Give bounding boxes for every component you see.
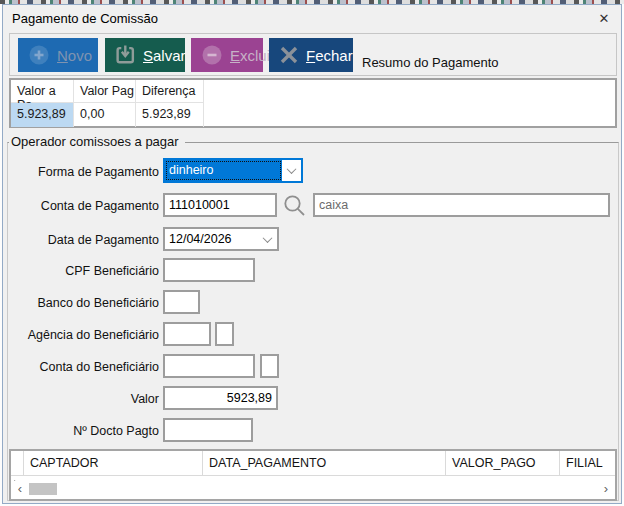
- data-pagamento-datepicker[interactable]: 12/04/2026: [163, 227, 279, 251]
- search-icon[interactable]: [282, 193, 307, 218]
- banco-beneficiario-input[interactable]: [163, 290, 200, 314]
- column-header-captador[interactable]: CAPTADOR: [24, 451, 203, 475]
- data-pagamento-dropdown-button[interactable]: [257, 236, 277, 243]
- horizontal-scrollbar[interactable]: ‹ ›: [13, 481, 613, 497]
- summary-section-label: Resumo do Pagamento: [362, 55, 499, 70]
- conta-pagamento-descricao-input[interactable]: [313, 193, 610, 217]
- payments-grid-header: CAPTADOR DATA_PAGAMENTO VALOR_PAGO FILIA…: [11, 451, 615, 476]
- label-banco-beneficiario: Banco do Beneficiário: [9, 296, 159, 310]
- cpf-beneficiario-input[interactable]: [163, 258, 255, 282]
- column-header-valor-a-pagar[interactable]: Valor a Pa: [11, 80, 74, 103]
- window-close-button[interactable]: ✕: [593, 8, 615, 28]
- column-header-valor-pago[interactable]: VALOR_PAGO: [446, 451, 560, 475]
- label-docto-pagto: Nº Docto Pagto: [9, 424, 159, 438]
- scroll-left-icon[interactable]: ‹: [13, 482, 27, 496]
- label-cpf-beneficiario: CPF Beneficiário: [9, 264, 159, 278]
- titlebar: Pagamento de Comissão ✕: [3, 5, 621, 32]
- window-title: Pagamento de Comissão: [12, 11, 158, 26]
- scroll-right-icon[interactable]: ›: [599, 482, 613, 496]
- conta-pagamento-input[interactable]: [163, 193, 277, 217]
- close-button-label: F: [306, 47, 315, 64]
- chevron-down-icon: [287, 164, 297, 174]
- agencia-beneficiario-input[interactable]: [163, 322, 211, 346]
- column-header-diferenca[interactable]: Diferença: [136, 80, 204, 103]
- dialog-window: Pagamento de Comissão ✕ Novo Salvar: [2, 4, 622, 504]
- save-button[interactable]: Salvar: [105, 38, 185, 72]
- chevron-down-icon: [262, 233, 272, 243]
- label-valor: Valor: [9, 392, 159, 406]
- column-header-data-pagamento[interactable]: DATA_PAGAMENTO: [203, 451, 446, 475]
- cell-diferenca[interactable]: 5.923,89: [136, 103, 204, 127]
- cell-valor-pago[interactable]: 0,00: [74, 103, 136, 127]
- cell-valor-a-pagar[interactable]: 5.923,89: [11, 103, 74, 127]
- column-header-valor-pago[interactable]: Valor Pag: [74, 80, 136, 103]
- save-icon: [115, 45, 136, 66]
- label-conta-beneficiario: Conta do Beneficiário: [9, 360, 159, 374]
- save-button-label: S: [143, 47, 153, 64]
- minus-circle-icon: [201, 44, 223, 66]
- conta-beneficiario-input[interactable]: [163, 354, 255, 378]
- groupbox-title: Operador comissoes a pagar: [9, 134, 185, 149]
- close-icon: ✕: [599, 11, 610, 26]
- summary-grid-row: 5.923,89 0,00 5.923,89: [11, 103, 615, 127]
- delete-button-label: E: [230, 47, 240, 64]
- label-forma-pagamento: Forma de Pagamento: [9, 165, 159, 179]
- data-pagamento-value: 12/04/2026: [165, 232, 257, 246]
- row-indicator-header: [11, 451, 24, 475]
- forma-pagamento-dropdown-button[interactable]: [282, 160, 301, 181]
- x-icon: [279, 45, 299, 65]
- label-conta-pagamento: Conta de Pagamento: [9, 199, 159, 213]
- delete-button[interactable]: Excluir: [191, 38, 263, 72]
- docto-pagto-input[interactable]: [163, 418, 253, 442]
- summary-grid: Valor a Pa Valor Pag Diferença 5.923,89 …: [9, 78, 617, 128]
- conta-digito-input[interactable]: [260, 354, 279, 378]
- valor-input[interactable]: [163, 386, 278, 410]
- new-button[interactable]: Novo: [18, 38, 98, 72]
- forma-pagamento-combobox[interactable]: dinheiro: [163, 158, 303, 183]
- summary-grid-header: Valor a Pa Valor Pag Diferença: [11, 80, 615, 103]
- forma-pagamento-selected: dinheiro: [165, 160, 282, 181]
- new-button-label: N: [57, 47, 68, 64]
- scrollbar-thumb[interactable]: [29, 483, 57, 495]
- label-agencia-beneficiario: Agência do Beneficiário: [9, 328, 159, 342]
- column-header-filial[interactable]: FILIAL: [560, 451, 615, 475]
- toolbar: Novo Salvar Excluir Fechar Resumo: [9, 33, 617, 76]
- plus-circle-icon: [28, 44, 50, 66]
- label-data-pagamento: Data de Pagamento: [9, 233, 159, 247]
- payments-grid: CAPTADOR DATA_PAGAMENTO VALOR_PAGO FILIA…: [9, 449, 617, 501]
- close-button[interactable]: Fechar: [269, 38, 353, 72]
- agencia-digito-input[interactable]: [215, 322, 234, 346]
